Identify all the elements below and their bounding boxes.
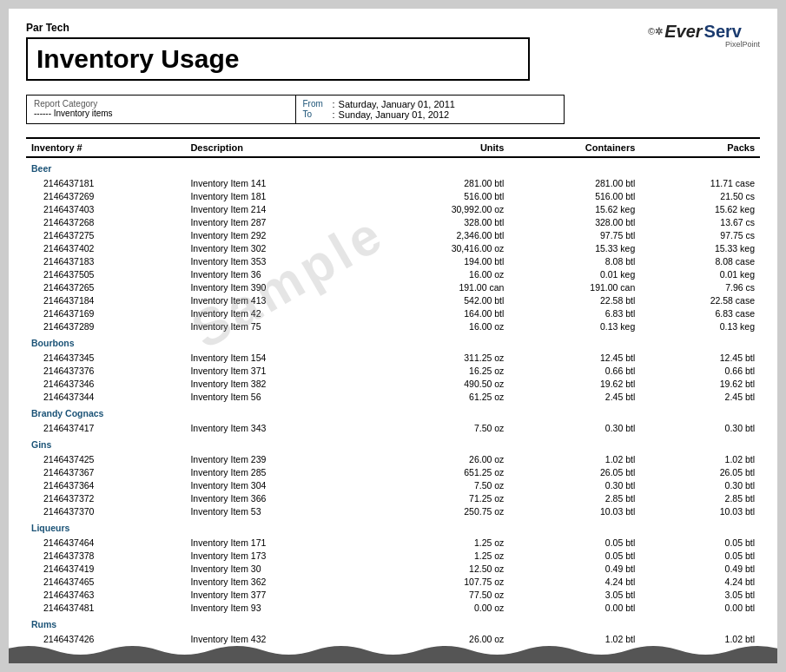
inv-description: Inventory Item 353 [185, 254, 372, 267]
inv-containers: 6.83 btl [509, 306, 640, 320]
meta-left: Report Category ------ Inventory items [27, 96, 296, 123]
inv-description: Inventory Item 302 [185, 241, 372, 254]
inv-number: 2146437425 [26, 452, 185, 465]
inv-packs: 2.85 btl [640, 491, 760, 504]
table-row: 2146437417 Inventory Item 343 7.50 oz 0.… [26, 421, 760, 434]
inv-units: 7.50 oz [372, 478, 509, 491]
inv-number: 2146437367 [26, 465, 185, 478]
table-row: 2146437268 Inventory Item 287 328.00 btl… [26, 215, 760, 228]
inv-description: Inventory Item 292 [185, 228, 372, 241]
logo-ever: Ever [664, 22, 702, 42]
inv-units: 250.75 oz [372, 504, 509, 517]
inv-packs: 6.83 case [640, 306, 760, 320]
inv-number: 2146437376 [26, 364, 185, 377]
inv-containers: 0.13 keg [509, 320, 640, 333]
inv-packs: 3.05 btl [640, 588, 760, 601]
table-row: 2146437376 Inventory Item 371 16.25 oz 0… [26, 364, 760, 377]
table-row: 2146437289 Inventory Item 75 16.00 oz 0.… [26, 320, 760, 333]
inv-description: Inventory Item 75 [185, 320, 372, 333]
table-row: 2146437370 Inventory Item 53 250.75 oz 1… [26, 504, 760, 517]
table-row: 2146437364 Inventory Item 304 7.50 oz 0.… [26, 478, 760, 491]
inv-containers: 10.03 btl [509, 504, 640, 517]
inv-units: 191.00 can [372, 280, 509, 293]
inv-containers: 0.05 btl [509, 536, 640, 549]
inv-units: 12.50 oz [372, 562, 509, 575]
meta-to-colon: : [333, 109, 335, 120]
inv-description: Inventory Item 371 [185, 364, 372, 377]
col-header-desc: Description [185, 138, 372, 157]
inv-description: Inventory Item 377 [185, 588, 372, 601]
meta-to-row: To : Sunday, January 01, 2012 [303, 109, 558, 120]
meta-right: From : Saturday, January 01, 2011 To : S… [296, 96, 565, 123]
logo-area: ©✲ EverServ PixelPoint [630, 22, 760, 49]
inv-packs: 0.66 btl [640, 364, 760, 377]
inv-containers: 8.08 btl [509, 254, 640, 267]
inv-units: 164.00 btl [372, 306, 509, 320]
inv-containers: 1.02 btl [509, 452, 640, 465]
inv-number: 2146437463 [26, 588, 185, 601]
inv-description: Inventory Item 42 [185, 306, 372, 320]
table-row: 2146437265 Inventory Item 390 191.00 can… [26, 280, 760, 293]
category-name: Beer [26, 157, 760, 176]
inv-packs: 0.13 keg [640, 320, 760, 333]
inv-description: Inventory Item 287 [185, 215, 372, 228]
inv-containers: 97.75 btl [509, 228, 640, 241]
inv-packs: 15.62 keg [640, 202, 760, 215]
table-row: 2146437425 Inventory Item 239 26.00 oz 1… [26, 452, 760, 465]
inventory-table: Inventory # Description Units Containers… [26, 137, 760, 645]
inv-containers: 516.00 btl [509, 189, 640, 202]
report-title: Inventory Usage [36, 44, 519, 74]
inv-description: Inventory Item 390 [185, 280, 372, 293]
inv-containers: 0.30 btl [509, 421, 640, 434]
inv-units: 311.25 oz [372, 351, 509, 364]
category-row: Liqueurs [26, 517, 760, 536]
category-row: Bourbons [26, 333, 760, 351]
table-row: 2146437346 Inventory Item 382 490.50 oz … [26, 377, 760, 390]
inv-number: 2146437265 [26, 280, 185, 293]
inv-number: 2146437268 [26, 215, 185, 228]
inv-units: 107.75 oz [372, 575, 509, 588]
meta-from-row: From : Saturday, January 01, 2011 [303, 99, 558, 109]
inv-containers: 191.00 can [509, 280, 640, 293]
inv-number: 2146437465 [26, 575, 185, 588]
inv-description: Inventory Item 382 [185, 377, 372, 390]
inv-containers: 0.01 keg [509, 267, 640, 280]
inv-packs: 4.24 btl [640, 575, 760, 588]
table-row: 2146437367 Inventory Item 285 651.25 oz … [26, 465, 760, 478]
inv-containers: 0.30 btl [509, 478, 640, 491]
inv-description: Inventory Item 214 [185, 202, 372, 215]
inv-packs: 7.96 cs [640, 280, 760, 293]
inv-number: 2146437505 [26, 267, 185, 280]
inv-units: 328.00 btl [372, 215, 509, 228]
inv-units: 1.25 oz [372, 549, 509, 562]
table-row: 2146437465 Inventory Item 362 107.75 oz … [26, 575, 760, 588]
table-row: 2146437505 Inventory Item 36 16.00 oz 0.… [26, 267, 760, 280]
table-row: 2146437403 Inventory Item 214 30,992.00 … [26, 202, 760, 215]
col-header-packs: Packs [640, 138, 760, 157]
inv-packs: 0.00 btl [640, 601, 760, 614]
inv-packs: 0.05 btl [640, 549, 760, 562]
inv-number: 2146437417 [26, 421, 185, 434]
inv-packs: 0.30 btl [640, 421, 760, 434]
inv-description: Inventory Item 362 [185, 575, 372, 588]
inv-containers: 15.62 keg [509, 202, 640, 215]
inv-packs: 22.58 case [640, 293, 760, 306]
inv-containers: 19.62 btl [509, 377, 640, 390]
inv-containers: 2.85 btl [509, 491, 640, 504]
inv-packs: 26.05 btl [640, 465, 760, 478]
table-row: 2146437419 Inventory Item 30 12.50 oz 0.… [26, 562, 760, 575]
inv-packs: 97.75 cs [640, 228, 760, 241]
inv-containers: 22.58 btl [509, 293, 640, 306]
inv-number: 2146437345 [26, 351, 185, 364]
inv-containers: 0.49 btl [509, 562, 640, 575]
table-row: 2146437275 Inventory Item 292 2,346.00 b… [26, 228, 760, 241]
table-row: 2146437372 Inventory Item 366 71.25 oz 2… [26, 491, 760, 504]
inv-number: 2146437269 [26, 189, 185, 202]
inv-description: Inventory Item 154 [185, 351, 372, 364]
inv-containers: 12.45 btl [509, 351, 640, 364]
meta-to-label: To [303, 109, 329, 120]
inv-description: Inventory Item 366 [185, 491, 372, 504]
inv-units: 0.00 oz [372, 601, 509, 614]
category-name: Liqueurs [26, 517, 760, 536]
inv-units: 490.50 oz [372, 377, 509, 390]
